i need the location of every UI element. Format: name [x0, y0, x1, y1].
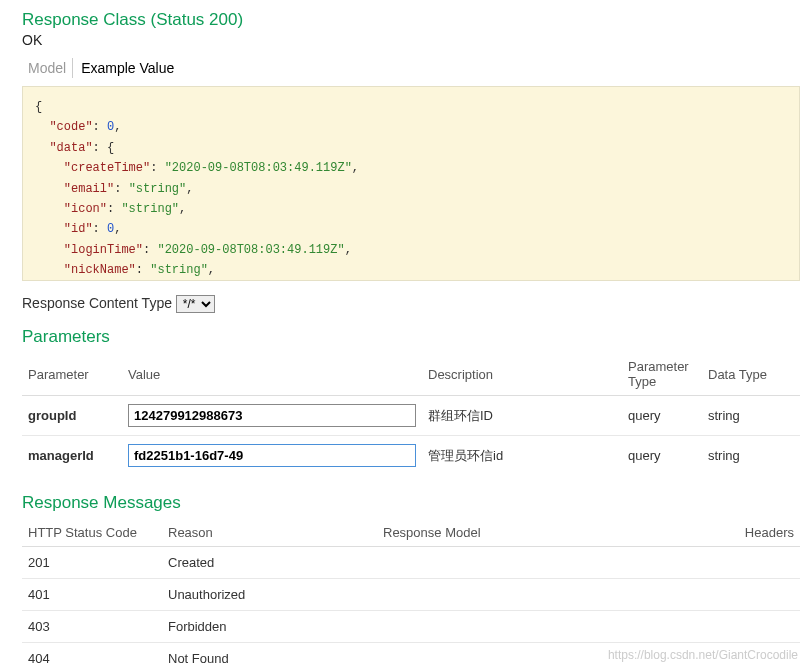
response-messages-table: HTTP Status Code Reason Response Model H… [22, 519, 800, 668]
status-reason: Unauthorized [162, 579, 377, 611]
status-code: 201 [22, 547, 162, 579]
table-row: 403Forbidden [22, 611, 800, 643]
th-parameter-type: Parameter Type [622, 353, 702, 396]
param-value-input[interactable] [128, 404, 416, 427]
th-headers: Headers [648, 519, 800, 547]
response-class-title: Response Class (Status 200) [22, 10, 800, 30]
headers-cell [648, 643, 800, 669]
content-type-select[interactable]: */* [176, 295, 215, 313]
th-reason: Reason [162, 519, 377, 547]
status-code: 403 [22, 611, 162, 643]
response-model-cell [377, 643, 648, 669]
headers-cell [648, 611, 800, 643]
th-data-type: Data Type [702, 353, 800, 396]
th-response-model: Response Model [377, 519, 648, 547]
status-reason: Not Found [162, 643, 377, 669]
response-model-cell [377, 579, 648, 611]
table-row: managerId管理员环信idquerystring [22, 436, 800, 476]
table-row: 401Unauthorized [22, 579, 800, 611]
parameters-title: Parameters [22, 327, 800, 347]
headers-cell [648, 579, 800, 611]
table-row: 404Not Found [22, 643, 800, 669]
param-data-type: string [702, 436, 800, 476]
parameters-table: Parameter Value Description Parameter Ty… [22, 353, 800, 475]
param-name: groupId [22, 396, 122, 436]
tab-model[interactable]: Model [22, 58, 72, 78]
status-code: 401 [22, 579, 162, 611]
response-content-type-row: Response Content Type */* [22, 295, 800, 313]
table-row: 201Created [22, 547, 800, 579]
param-type: query [622, 436, 702, 476]
example-json-block[interactable]: { "code": 0, "data": { "createTime": "20… [22, 86, 800, 281]
response-model-cell [377, 611, 648, 643]
tab-example-value[interactable]: Example Value [72, 58, 180, 78]
response-status-text: OK [22, 32, 800, 48]
status-code: 404 [22, 643, 162, 669]
param-name: managerId [22, 436, 122, 476]
response-content-type-label: Response Content Type [22, 295, 172, 311]
status-reason: Created [162, 547, 377, 579]
param-description: 管理员环信id [422, 436, 622, 476]
response-tabs: Model Example Value [22, 58, 800, 78]
param-value-input[interactable] [128, 444, 416, 467]
headers-cell [648, 547, 800, 579]
response-model-cell [377, 547, 648, 579]
param-type: query [622, 396, 702, 436]
response-messages-title: Response Messages [22, 493, 800, 513]
status-reason: Forbidden [162, 611, 377, 643]
th-status-code: HTTP Status Code [22, 519, 162, 547]
param-description: 群组环信ID [422, 396, 622, 436]
th-description: Description [422, 353, 622, 396]
th-value: Value [122, 353, 422, 396]
th-parameter: Parameter [22, 353, 122, 396]
param-data-type: string [702, 396, 800, 436]
table-row: groupId群组环信IDquerystring [22, 396, 800, 436]
